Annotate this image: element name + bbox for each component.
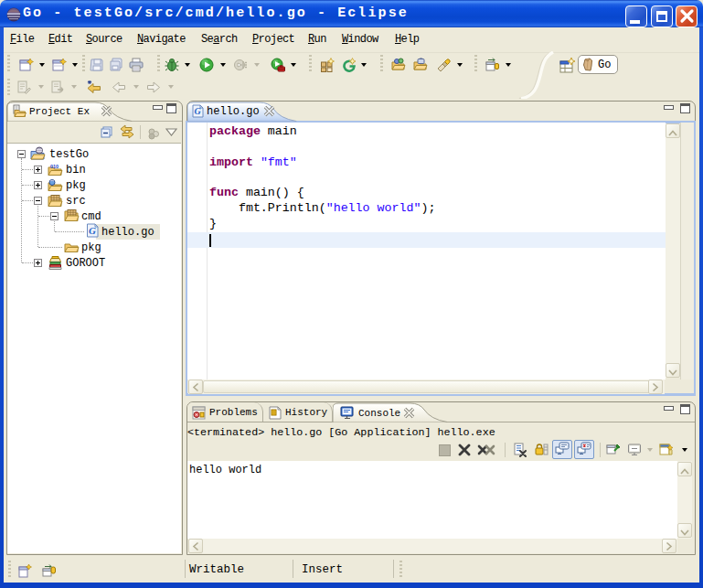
- svg-text:G: G: [195, 106, 202, 116]
- svg-text:G: G: [89, 225, 96, 236]
- svg-text:010: 010: [50, 164, 59, 169]
